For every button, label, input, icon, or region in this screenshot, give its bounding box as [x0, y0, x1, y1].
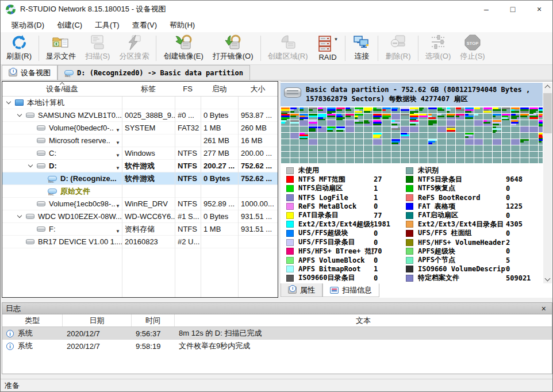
legend-label: APFS BitmapRoot	[298, 265, 374, 273]
create-region-icon	[279, 34, 297, 51]
show-files-button[interactable]: 显示文件	[41, 33, 80, 63]
vertical-scrollbar[interactable]	[543, 83, 552, 283]
tab-device-view[interactable]: 设备视图	[2, 65, 57, 80]
maximize-button[interactable]: □	[500, 1, 526, 18]
dropdown-arrow-icon[interactable]: ▼	[116, 166, 120, 170]
tree-row[interactable]: Volume{0bedecf0-.. ▼ SYSTEM FAT32 1 MB 2…	[2, 122, 278, 134]
dropdown-arrow-icon[interactable]: ▼	[116, 229, 120, 233]
options-button[interactable]: 选项(O)	[421, 33, 456, 63]
properties-icon	[288, 286, 297, 294]
device-name: Volume{0bedecf0-..	[49, 124, 114, 132]
menu-help[interactable]: 帮助(H)	[163, 18, 201, 32]
tab-recognized-partition[interactable]: D: (Recognized0) -> Basic data partition	[57, 65, 250, 80]
legend-color-swatch	[286, 257, 294, 264]
tree-row[interactable]: 原始文件	[2, 185, 278, 198]
tree-row[interactable]: 本地计算机	[2, 97, 278, 109]
log-close-button[interactable]: ×	[539, 304, 548, 313]
legend-item: NTFS启动扇区 1	[286, 184, 405, 193]
chevron-expanded-icon[interactable]	[17, 112, 22, 117]
scan-information-icon	[330, 287, 339, 294]
tree-row[interactable]: C: ▼ Windows NTFS 277 MB 200.00 ...	[2, 147, 278, 160]
refresh-button[interactable]: 刷新(R)	[2, 33, 36, 63]
legend-label: 未识别	[418, 166, 506, 175]
remove-button[interactable]: 删除(R)	[381, 33, 415, 63]
tree-row[interactable]: Volume{1ecb0c98-.. ▼ WinRE_DRV NTFS 952.…	[2, 198, 278, 210]
log-header-type[interactable]: 类型	[2, 314, 63, 326]
dropdown-arrow-icon[interactable]: ▼	[116, 203, 120, 208]
header-size[interactable]: 大小	[238, 84, 278, 94]
legend-color-swatch	[406, 212, 413, 219]
log-header-text[interactable]: 文本	[175, 314, 552, 326]
header-boot[interactable]: 启动	[201, 84, 238, 94]
partition-header[interactable]: Basic data partition - 752.62 GB (808121…	[281, 83, 543, 106]
log-header-date[interactable]: 日期	[63, 314, 132, 326]
create-region-button[interactable]: 创建区域(R)	[263, 33, 313, 63]
menu-tools[interactable]: 工具(T)	[89, 18, 126, 32]
partition-search-button[interactable]: 分区搜索	[114, 33, 153, 63]
recognized-disk-icon	[64, 70, 74, 75]
dropdown-arrow-icon[interactable]: ▼	[116, 140, 120, 145]
scroll-down-icon[interactable]	[545, 276, 551, 282]
open-image-button[interactable]: 打开镜像(O)	[208, 33, 258, 63]
size-cell: 260 MB	[238, 124, 278, 132]
log-row[interactable]: i系统 2020/12/7 9:56:37 8m 12s 的 D: 扫描已完成	[2, 327, 552, 340]
tree-row[interactable]: WDC WD10EZEX-08W... WD-WCC6Y6... #1 S...…	[2, 210, 278, 223]
dropdown-arrow-icon[interactable]: ▼	[116, 128, 120, 132]
legend-item: UFS/FFS目录条目 0	[286, 238, 405, 247]
connect-button[interactable]: 连接	[348, 33, 375, 63]
minimize-button[interactable]: –	[473, 1, 500, 18]
legend-item: 未使用	[286, 166, 405, 175]
dropdown-arrow-icon[interactable]: ▼	[116, 153, 120, 157]
scroll-up-icon[interactable]	[545, 85, 551, 91]
scan-block-map[interactable]	[281, 107, 543, 163]
device-name: SAMSUNG MZVLB1T0...	[38, 111, 122, 120]
menu-view[interactable]: 查看(V)	[126, 18, 163, 32]
tree-header-row: 设备/磁盘 标签 FS 启动 大小	[2, 82, 278, 97]
tree-row[interactable]: F: ▼ 资料存储 NTFS 1 MB 931.51 ...	[2, 223, 278, 236]
tree-row[interactable]: BR17 DEVICE V1.00 1.... 20160823 #2 U...	[2, 236, 278, 248]
tree-row[interactable]: D: ▼ 软件游戏 NTFS 200.27 ... 752.62 ...	[2, 160, 278, 172]
create-image-button[interactable]: 创建镜像(E)	[159, 33, 208, 63]
stop-button[interactable]: STOP 停止(S)	[455, 33, 489, 63]
device-name: Microsoft reserve..	[49, 136, 110, 145]
log-date: 2020/12/7	[63, 329, 132, 338]
raid-dropdown-icon[interactable]: ▼	[334, 37, 339, 42]
legend-item: NTFS MFT范围 27	[286, 175, 405, 185]
legend-label: ISO9660目录条目	[298, 273, 374, 283]
fs-cell: NTFS	[175, 149, 201, 157]
tab-scan-information[interactable]: 扫描信息	[322, 283, 379, 297]
device-name: 原始文件	[60, 186, 90, 197]
menu-create[interactable]: 创建(C)	[51, 18, 89, 32]
legend-label: APFS超级块	[418, 247, 506, 256]
close-button[interactable]: ×	[526, 1, 552, 18]
log-header-time[interactable]: 时间	[132, 314, 175, 326]
header-fs[interactable]: FS	[175, 84, 201, 93]
legend-label: Ext2/Ext3/Ext4目录条目	[418, 220, 506, 229]
log-rows: i系统 2020/12/7 9:56:37 8m 12s 的 D: 扫描已完成 …	[2, 327, 552, 352]
info-sub-tabs: 属性 扫描信息	[281, 283, 379, 298]
device-name-cell: C: ▼	[2, 149, 122, 157]
tab-properties[interactable]: 属性	[281, 283, 322, 297]
menu-drive[interactable]: 驱动器(D)	[5, 18, 51, 32]
log-time: 9:56:37	[132, 329, 175, 338]
chevron-expanded-icon[interactable]	[6, 99, 11, 104]
header-label[interactable]: 标签	[122, 84, 175, 94]
header-device-disk[interactable]: 设备/磁盘	[2, 84, 122, 94]
log-title-bar: 日志 ×	[2, 303, 552, 314]
folder-files-icon	[52, 34, 70, 51]
chevron-expanded-icon[interactable]	[28, 163, 33, 167]
log-row[interactable]: i系统 2020/12/7 9:58:19 文件枚举在9秒内完成	[2, 340, 552, 352]
legend-label: FAT 表格项	[418, 202, 506, 212]
legend-label: 特定档案文件	[418, 273, 506, 283]
scrollbar-thumb[interactable]	[543, 93, 552, 133]
legend-item: 未识别	[406, 166, 543, 175]
tree-rows: 本地计算机 SAMSUNG MZVLB1T0... 0025_388B_9...…	[2, 97, 278, 248]
legend-count: 27	[374, 175, 405, 183]
tree-row[interactable]: SAMSUNG MZVLB1T0... 0025_388B_9... #0 ..…	[2, 109, 278, 122]
tree-row[interactable]: Microsoft reserve.. ▼ 261 MB 16 MB	[2, 134, 278, 147]
device-name-cell: D: ▼	[2, 162, 122, 170]
tree-row[interactable]: D: (Recognize... 软件游戏 NTFS 0 Bytes 752.6…	[2, 172, 278, 185]
chevron-expanded-icon[interactable]	[17, 213, 22, 218]
raid-button[interactable]: ▼ RAID	[313, 33, 343, 63]
scan-button[interactable]: 扫描(S)	[80, 33, 114, 63]
